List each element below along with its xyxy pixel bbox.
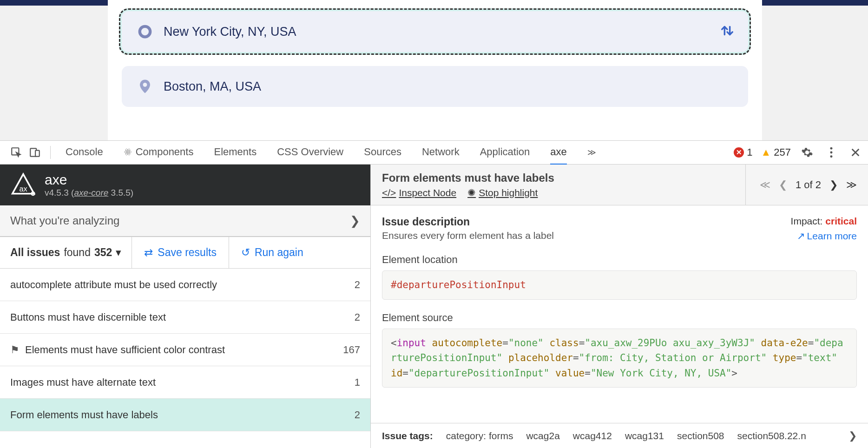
svg-point-5 bbox=[127, 151, 128, 152]
settings-icon[interactable] bbox=[799, 145, 815, 160]
issue-row[interactable]: Images must have alternate text1 bbox=[0, 366, 370, 399]
nav-first-icon[interactable]: ≪ bbox=[760, 179, 770, 191]
nav-next-icon[interactable]: ❯ bbox=[829, 179, 838, 191]
issue-tag[interactable]: section508 bbox=[677, 430, 724, 441]
origin-icon bbox=[135, 25, 155, 39]
tab-console[interactable]: Console bbox=[66, 140, 103, 165]
gear-outline-icon: ✺ bbox=[467, 187, 476, 198]
learn-more-link[interactable]: ↗ Learn more bbox=[791, 231, 857, 242]
issue-tag[interactable]: wcag2a bbox=[526, 430, 559, 441]
close-devtools-icon[interactable] bbox=[848, 145, 863, 160]
inspected-page: New York City, NY, USA Boston, MA, USA bbox=[0, 0, 868, 140]
from-field[interactable]: New York City, NY, USA bbox=[122, 11, 748, 52]
nav-prev-icon[interactable]: ❮ bbox=[779, 179, 787, 191]
svg-point-1 bbox=[143, 83, 147, 87]
warning-icon: ▲ bbox=[761, 146, 771, 158]
issue-description-heading: Issue description bbox=[382, 216, 554, 228]
detail-body: Issue description Ensures every form ele… bbox=[371, 205, 868, 423]
tab-network[interactable]: Network bbox=[422, 140, 460, 165]
svg-point-0 bbox=[140, 26, 151, 37]
error-count[interactable]: ✕ 1 bbox=[734, 146, 752, 158]
tab-sources[interactable]: Sources bbox=[364, 140, 401, 165]
inspect-node-link[interactable]: </> Inspect Node bbox=[382, 187, 456, 198]
element-source-value[interactable]: <input autocomplete="none" class="axu_ax… bbox=[382, 329, 857, 388]
tags-chevron-right-icon[interactable]: ❯ bbox=[848, 430, 857, 442]
issue-tag[interactable]: category: forms bbox=[446, 430, 513, 441]
issue-label: Form elements must have labels bbox=[10, 409, 158, 421]
issue-tag[interactable]: wcag131 bbox=[625, 430, 664, 441]
issue-count: 1 bbox=[355, 376, 360, 389]
svg-text:ax: ax bbox=[19, 184, 27, 193]
issues-list: autocomplete attribute must be used corr… bbox=[0, 269, 370, 448]
issue-count: 2 bbox=[355, 311, 360, 323]
issue-row[interactable]: ⚑Elements must have sufficient color con… bbox=[0, 334, 370, 366]
issue-tag[interactable]: wcag412 bbox=[573, 430, 612, 441]
issue-label: autocomplete attribute must be used corr… bbox=[10, 279, 217, 290]
code-icon: </> bbox=[382, 187, 396, 198]
axe-title: axe bbox=[45, 172, 133, 188]
issue-label: Elements must have sufficient color cont… bbox=[25, 344, 225, 356]
run-again-button[interactable]: ↺ Run again bbox=[229, 237, 316, 268]
issue-label: Buttons must have discernible text bbox=[10, 311, 166, 323]
impact-line: Impact: critical bbox=[791, 216, 857, 227]
from-value: New York City, NY, USA bbox=[164, 25, 296, 39]
axe-header: ax axe v4.5.3 (axe-core 3.5.5) bbox=[0, 165, 370, 205]
chevron-right-icon: ❯ bbox=[350, 214, 360, 228]
issue-count: 167 bbox=[343, 344, 360, 356]
tab-elements[interactable]: Elements bbox=[214, 140, 256, 165]
svg-point-10 bbox=[830, 152, 833, 154]
issue-description-text: Ensures every form element has a label bbox=[382, 230, 554, 241]
issue-row[interactable]: autocomplete attribute must be used corr… bbox=[0, 269, 370, 301]
issue-tag[interactable]: section508.22.n bbox=[737, 430, 806, 441]
swap-icon[interactable] bbox=[719, 23, 735, 40]
svg-rect-4 bbox=[35, 151, 39, 157]
swap-arrows-icon: ⇄ bbox=[144, 246, 153, 259]
to-value: Boston, MA, USA bbox=[164, 79, 261, 94]
save-results-button[interactable]: ⇄ Save results bbox=[132, 237, 229, 268]
inspect-element-icon[interactable] bbox=[8, 145, 24, 160]
element-location-label: Element location bbox=[382, 254, 857, 266]
to-field[interactable]: Boston, MA, USA bbox=[122, 66, 748, 107]
element-source-label: Element source bbox=[382, 312, 857, 324]
issue-row[interactable]: Buttons must have discernible text2 bbox=[0, 301, 370, 334]
tab-axe[interactable]: axe bbox=[550, 140, 566, 165]
nav-position: 1 of 2 bbox=[796, 179, 821, 191]
external-link-icon: ↗ bbox=[797, 231, 805, 242]
tab-css-overview[interactable]: CSS Overview bbox=[277, 140, 343, 165]
element-location-value[interactable]: #departurePositionInput bbox=[382, 270, 857, 300]
detail-nav: ≪ ❮ 1 of 2 ❯ ≫ bbox=[745, 165, 857, 205]
nav-last-icon[interactable]: ≫ bbox=[846, 179, 857, 191]
issues-toolbar: All issues found 352 ▾ ⇄ Save results ↺ … bbox=[0, 237, 370, 269]
axe-logo-icon: ax bbox=[10, 172, 36, 198]
tab-components[interactable]: Components bbox=[124, 140, 194, 165]
axe-version: v4.5.3 (axe-core 3.5.5) bbox=[45, 188, 133, 198]
tab-application[interactable]: Application bbox=[480, 140, 530, 165]
error-icon: ✕ bbox=[734, 147, 744, 158]
detail-header: Form elements must have labels </> Inspe… bbox=[371, 165, 868, 205]
svg-point-11 bbox=[830, 155, 833, 158]
issue-label: Images must have alternate text bbox=[10, 376, 156, 388]
issue-count: 2 bbox=[355, 409, 360, 421]
destination-pin-icon bbox=[135, 79, 155, 94]
issue-tags-footer: Issue tags: category: formswcag2awcag412… bbox=[371, 423, 868, 448]
detail-title: Form elements must have labels bbox=[382, 171, 554, 184]
issue-count: 2 bbox=[355, 279, 360, 291]
issue-row[interactable]: Form elements must have labels2 bbox=[0, 399, 370, 431]
issue-tags-label: Issue tags: bbox=[382, 430, 433, 441]
warning-count[interactable]: ▲ 257 bbox=[761, 146, 791, 158]
stop-highlight-link[interactable]: ✺ Stop highlight bbox=[467, 187, 538, 198]
caret-down-icon: ▾ bbox=[116, 246, 121, 259]
more-tabs-icon[interactable]: ≫ bbox=[587, 147, 596, 158]
analyzing-row[interactable]: What you're analyzing ❯ bbox=[0, 205, 370, 237]
issues-summary[interactable]: All issues found 352 ▾ bbox=[0, 246, 132, 259]
devtools-tabbar: Console Components Elements CSS Overview… bbox=[0, 140, 868, 165]
kebab-menu-icon[interactable] bbox=[823, 145, 839, 160]
react-icon bbox=[124, 148, 132, 156]
refresh-icon: ↺ bbox=[241, 246, 250, 259]
flag-icon: ⚑ bbox=[10, 344, 20, 356]
svg-point-9 bbox=[830, 147, 833, 150]
device-toggle-icon[interactable] bbox=[27, 145, 43, 160]
